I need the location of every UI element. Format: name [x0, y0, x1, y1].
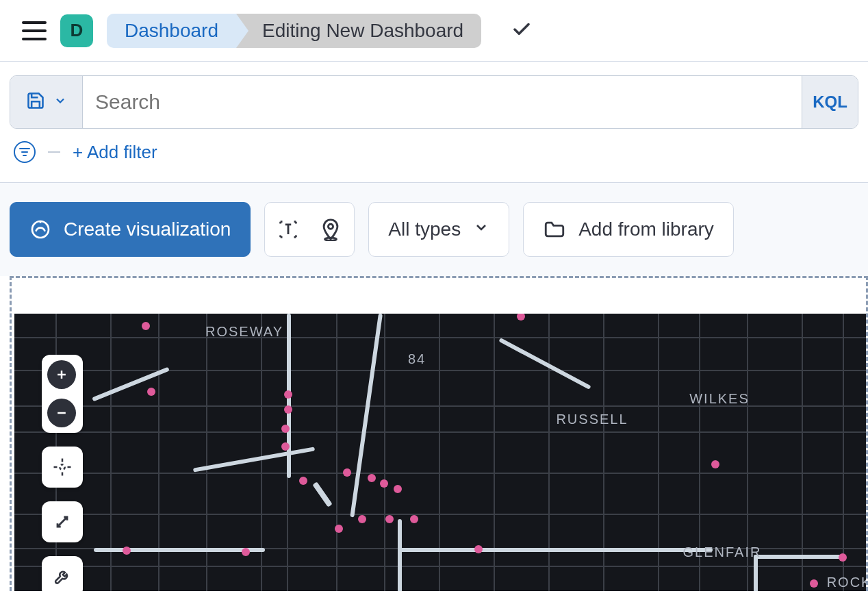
panel-header[interactable]	[12, 278, 866, 314]
chevron-down-icon	[473, 218, 489, 240]
svg-point-5	[329, 224, 333, 229]
folder-open-icon	[543, 218, 566, 241]
text-select-icon	[277, 218, 300, 241]
create-visualization-label: Create visualization	[64, 218, 231, 240]
menu-toggle-button[interactable]	[22, 21, 47, 40]
dashboard-toolbar: Create visualization All types Add from …	[0, 183, 868, 276]
chevron-down-icon	[53, 94, 67, 110]
filter-bar: + Add filter	[0, 129, 868, 183]
filter-icon[interactable]	[14, 141, 36, 163]
panel-type-filter-label: All types	[388, 218, 461, 240]
map-controls	[42, 355, 83, 591]
topbar: D Dashboard Editing New Dashboard	[0, 0, 868, 62]
map-panel[interactable]: ROSEWAY 84 RUSSELL WILKES GLENFAIR ROCKW	[10, 276, 868, 591]
svg-point-3	[32, 221, 49, 238]
breadcrumb: Dashboard Editing New Dashboard	[107, 14, 481, 48]
svg-line-15	[58, 517, 67, 527]
panel-type-filter-button[interactable]: All types	[368, 202, 509, 257]
map-label-glenfair: GLENFAIR	[683, 544, 762, 560]
map-label-russell: RUSSELL	[556, 412, 628, 427]
map-label-wilkes: WILKES	[689, 391, 750, 407]
breadcrumb-dashboard[interactable]: Dashboard	[107, 14, 236, 48]
zoom-out-button[interactable]	[47, 399, 76, 427]
map-tools-button[interactable]	[42, 556, 83, 591]
kql-toggle-button[interactable]: KQL	[802, 76, 858, 128]
fit-bounds-button[interactable]	[42, 447, 83, 488]
saved-query-button[interactable]	[10, 76, 83, 128]
map-canvas[interactable]: ROSEWAY 84 RUSSELL WILKES GLENFAIR ROCKW	[14, 314, 866, 591]
breadcrumb-current: Editing New Dashboard	[236, 14, 481, 48]
map-label-rockw: ROCKW	[827, 575, 866, 590]
dashboard-grid: ROSEWAY 84 RUSSELL WILKES GLENFAIR ROCKW	[0, 276, 868, 591]
svg-point-10	[60, 464, 65, 470]
map-label-roseway: ROSEWAY	[205, 324, 283, 340]
map-label-route84: 84	[408, 351, 426, 367]
editor-picker-button[interactable]	[264, 202, 355, 257]
search-bar: KQL	[10, 75, 858, 129]
lens-icon	[29, 218, 51, 240]
chevron-down-icon[interactable]	[511, 19, 532, 42]
add-filter-button[interactable]: + Add filter	[73, 142, 157, 163]
add-from-library-label: Add from library	[578, 218, 714, 240]
create-visualization-button[interactable]: Create visualization	[10, 202, 251, 257]
save-icon	[26, 91, 45, 113]
map-zoom-group	[42, 355, 83, 433]
search-input[interactable]	[83, 76, 802, 128]
map-pin-icon	[319, 218, 342, 241]
app-badge[interactable]: D	[60, 14, 93, 47]
fullscreen-button[interactable]	[42, 501, 83, 542]
add-from-library-button[interactable]: Add from library	[523, 202, 734, 257]
divider	[48, 151, 60, 153]
query-bar: KQL	[0, 62, 868, 129]
zoom-in-button[interactable]	[47, 360, 76, 389]
